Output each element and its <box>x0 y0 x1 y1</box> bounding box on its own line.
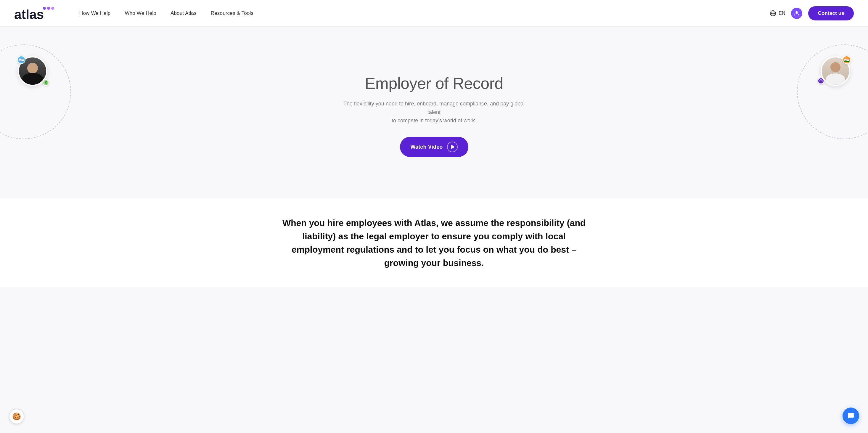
globe-icon <box>770 10 776 17</box>
user-icon <box>794 10 800 17</box>
nav-link-how-we-help[interactable]: How We Help <box>79 10 111 16</box>
svg-point-1 <box>47 7 50 10</box>
chat-button[interactable] <box>842 407 859 424</box>
hero-title: Employer of Record <box>365 74 503 92</box>
watch-video-button[interactable]: Watch Video <box>400 137 468 157</box>
lang-label: EN <box>779 11 785 16</box>
hero-subtitle: The flexibility you need to hire, onboar… <box>339 99 529 125</box>
flag-badge-left-top: 🇦🇷 <box>17 56 26 64</box>
nav-item-resources-tools[interactable]: Resources & Tools <box>211 10 253 16</box>
nav-item-how-we-help[interactable]: How We Help <box>79 10 111 16</box>
chat-icon <box>847 412 855 420</box>
hero-subtitle-line1: The flexibility you need to hire, onboar… <box>343 101 525 115</box>
nav-links: How We Help Who We Help About Atlas Reso… <box>79 10 770 16</box>
svg-text:atlas: atlas <box>14 7 44 21</box>
nav-item-about-atlas[interactable]: About Atlas <box>170 10 196 16</box>
hero-subtitle-line2: to compete in today’s world of work. <box>392 118 476 123</box>
cookie-icon: 🍪 <box>12 412 21 421</box>
language-selector[interactable]: EN <box>770 10 785 17</box>
nav-right: EN Contact us <box>770 6 854 21</box>
logo[interactable]: atlas <box>14 5 62 21</box>
nav-item-who-we-help[interactable]: Who We Help <box>125 10 156 16</box>
play-triangle-icon <box>451 145 455 149</box>
nav-link-resources-tools[interactable]: Resources & Tools <box>211 10 253 16</box>
hero-section: 🇦🇷 💲 🇮🇳 Ⓟ Employer of Record The flexibi… <box>0 27 868 198</box>
flag-badge-right-bottom: Ⓟ <box>818 78 824 84</box>
nav-link-about-atlas[interactable]: About Atlas <box>170 10 196 16</box>
watch-video-label: Watch Video <box>411 144 443 150</box>
description-text: When you hire employees with Atlas, we a… <box>277 216 591 269</box>
nav-link-who-we-help[interactable]: Who We Help <box>125 10 156 16</box>
user-account-icon[interactable] <box>791 8 802 19</box>
svg-point-7 <box>796 11 798 13</box>
cookie-preferences-button[interactable]: 🍪 <box>9 409 24 424</box>
play-icon-circle <box>447 142 458 152</box>
svg-point-2 <box>51 7 54 10</box>
navigation: atlas How We Help Who We Help About Atla… <box>0 0 868 27</box>
description-section: When you hire employees with Atlas, we a… <box>0 198 868 287</box>
contact-us-button[interactable]: Contact us <box>808 6 854 21</box>
flag-badge-right-top: 🇮🇳 <box>842 56 851 64</box>
flag-badge-left-bottom: 💲 <box>43 79 49 86</box>
